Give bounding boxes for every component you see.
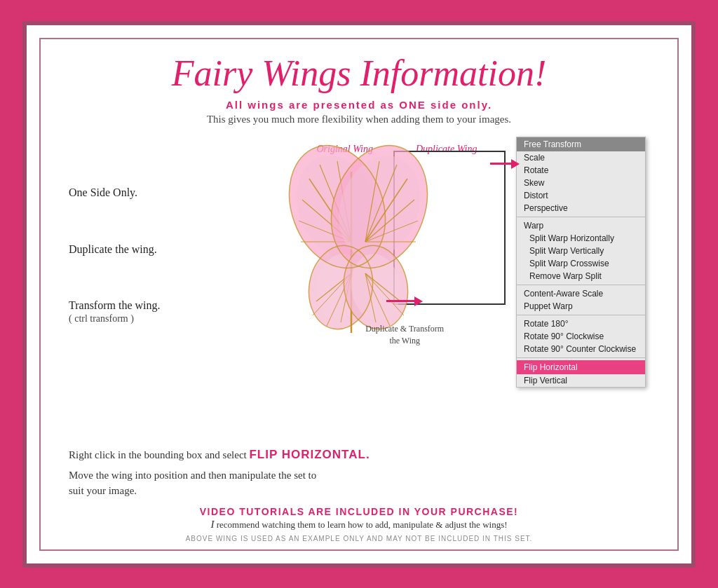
menu-item-rotate-90-counter-clockwise[interactable]: Rotate 90° Counter Clockwise	[517, 343, 645, 355]
menu-item-rotate[interactable]: Rotate	[517, 164, 645, 177]
menu-item-split-warp-vertically[interactable]: Split Warp Vertically	[517, 245, 645, 257]
context-menu: Free TransformScaleRotateSkewDistortPers…	[516, 137, 646, 388]
bottom-arrow-line	[386, 300, 414, 302]
arrow-line	[490, 163, 511, 165]
label-one-side: One Side Only.	[69, 186, 271, 199]
right-panel: Free TransformScaleRotateSkewDistortPers…	[516, 137, 649, 444]
menu-item-rotate-90-clockwise[interactable]: Rotate 90° Clockwise	[517, 330, 645, 343]
page-title: Fairy Wings Information!	[172, 53, 546, 93]
main-content: One Side Only. Duplicate the wing. Trans…	[69, 137, 649, 444]
menu-item-split-warp-crosswise[interactable]: Split Warp Crosswise	[517, 257, 645, 270]
left-labels: One Side Only. Duplicate the wing. Trans…	[69, 137, 271, 347]
menu-item-puppet-warp[interactable]: Puppet Warp	[517, 300, 645, 313]
wings-svg	[288, 137, 428, 347]
menu-item-flip-vertical[interactable]: Flip Vertical	[517, 374, 645, 387]
wings-area: Original Wing Duplicate Wing	[288, 137, 506, 354]
label-transform: Transform the wing. ( ctrl transform )	[69, 299, 271, 324]
center-panel: Original Wing Duplicate Wing	[285, 137, 509, 444]
menu-divider	[517, 285, 645, 285]
menu-divider	[517, 357, 645, 358]
flip-instruction: Right click in the bounding box and sele…	[69, 448, 649, 462]
menu-item-perspective[interactable]: Perspective	[517, 202, 645, 214]
subtitle-line2: This gives you much more flexibility whe…	[207, 114, 511, 125]
inner-card: Fairy Wings Information! All wings are p…	[39, 38, 679, 551]
menu-item-remove-warp-split[interactable]: Remove Warp Split	[517, 270, 645, 282]
menu-item-scale[interactable]: Scale	[517, 151, 645, 164]
menu-item-rotate-180[interactable]: Rotate 180°	[517, 317, 645, 330]
recommend-text: I recommend watching them to learn how t…	[69, 519, 649, 531]
menu-item-warp[interactable]: Warp	[517, 219, 645, 232]
arrow-head	[511, 159, 520, 169]
left-panel: One Side Only. Duplicate the wing. Trans…	[69, 137, 278, 444]
move-instruction: Move the wing into position and then man…	[69, 467, 649, 499]
menu-item-distort[interactable]: Distort	[517, 189, 645, 202]
menu-divider	[517, 217, 645, 217]
video-cta: VIDEO TUTORIALS ARE INCLUDED IN YOUR PUR…	[69, 506, 649, 517]
menu-item-free-transform[interactable]: Free Transform	[517, 137, 645, 151]
menu-divider	[517, 315, 645, 315]
bottom-section: Right click in the bounding box and sele…	[69, 448, 649, 542]
wing-caption: Duplicate & Transform the Wing	[365, 323, 444, 347]
menu-arrow	[490, 159, 520, 169]
menu-item-split-warp-horizontally[interactable]: Split Warp Horizontally	[517, 232, 645, 245]
subtitle-line1: All wings are presented as ONE side only…	[226, 99, 492, 111]
menu-item-skew[interactable]: Skew	[517, 177, 645, 189]
disclaimer: ABOVE WING IS USED AS AN EXAMPLE ONLY AN…	[69, 535, 649, 542]
label-duplicate: Duplicate the wing.	[69, 243, 271, 256]
bottom-arrow-head	[414, 296, 423, 306]
outer-border: Fairy Wings Information! All wings are p…	[22, 21, 696, 568]
menu-item-flip-horizontal[interactable]: Flip Horizontal	[517, 360, 645, 374]
menu-item-content-aware-scale[interactable]: Content-Aware Scale	[517, 287, 645, 300]
bottom-arrow	[386, 296, 423, 306]
